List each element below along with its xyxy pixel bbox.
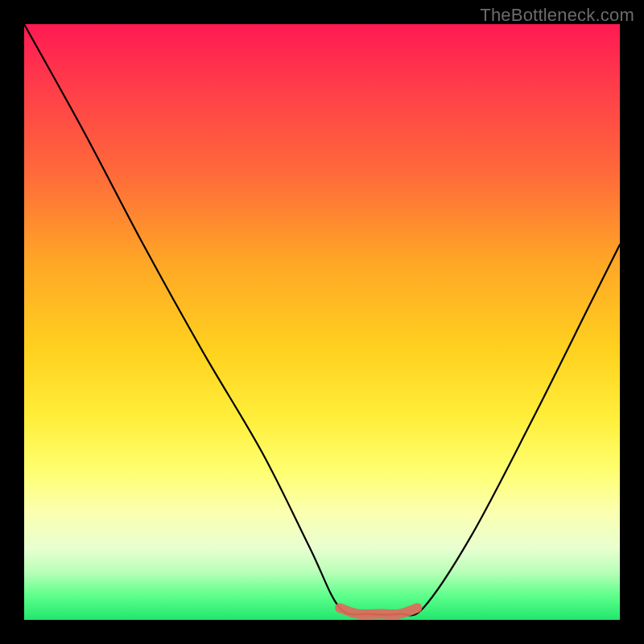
bottleneck-curve (24, 24, 620, 615)
plot-area (24, 24, 620, 620)
curve-layer (24, 24, 620, 620)
highlight-band (340, 608, 417, 614)
watermark-text: TheBottleneck.com (480, 5, 634, 26)
chart-frame: TheBottleneck.com (0, 0, 644, 644)
